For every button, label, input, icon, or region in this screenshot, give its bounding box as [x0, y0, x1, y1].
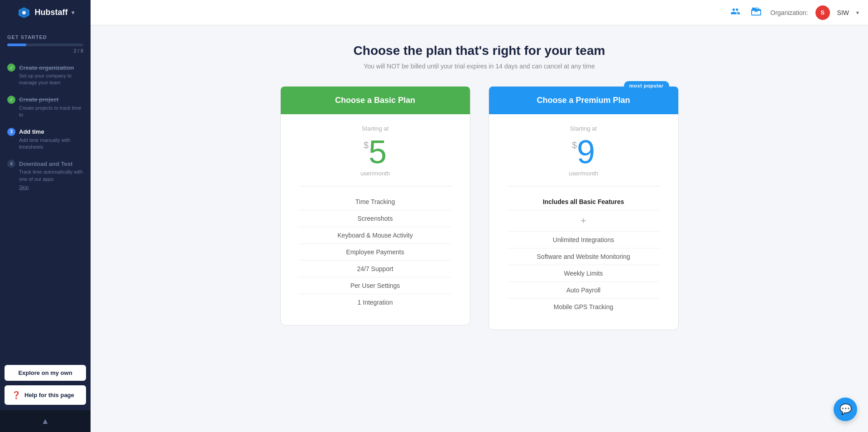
- basic-feature-4: Employee Payments: [299, 244, 452, 261]
- basic-plan-card: Choose a Basic Plan Starting at $ 5 user…: [280, 86, 470, 325]
- top-nav: Hubstaff ▾ Organization: S SIW ▾: [0, 0, 868, 25]
- team-icon-btn[interactable]: [729, 5, 742, 20]
- step3-desc: Add time manually with timesheets: [7, 137, 83, 151]
- avatar: S: [815, 5, 830, 20]
- basic-feature-1: Time Tracking: [299, 194, 452, 210]
- step1-desc: Set up your company to manage your team: [7, 73, 83, 87]
- progress-text: 2 / 8: [7, 48, 83, 53]
- progress-bar-fill: [7, 44, 26, 46]
- premium-feature-4: Auto Payroll: [507, 282, 660, 299]
- plus-symbol: +: [507, 210, 660, 232]
- logo-area[interactable]: Hubstaff ▾: [0, 0, 91, 25]
- progress-area: 2 / 8: [0, 44, 91, 59]
- basic-starting-at: Starting at: [299, 125, 452, 132]
- chat-icon: 💬: [839, 403, 852, 415]
- premium-feature-3: Weekly Limits: [507, 265, 660, 282]
- help-btn-label: Help for this page: [24, 392, 74, 398]
- hubstaff-logo-icon: [17, 5, 31, 20]
- choose-premium-btn[interactable]: Choose a Premium Plan: [489, 87, 678, 114]
- page-subtitle: You will NOT be billed until your trial …: [127, 63, 832, 70]
- premium-feature-1: Unlimited Integrations: [507, 232, 660, 248]
- most-popular-badge: most popular: [624, 81, 669, 90]
- basic-feature-3: Keyboard & Mouse Activity: [299, 227, 452, 244]
- basic-feature-7: 1 Integration: [299, 294, 452, 311]
- check-icon-1: ✓: [7, 63, 15, 72]
- help-icon: ❓: [12, 391, 21, 399]
- basic-price-area: $ 5: [299, 136, 452, 168]
- sidebar-bottom: Explore on my own ❓ Help for this page: [0, 359, 91, 410]
- explore-btn[interactable]: Explore on my own: [5, 365, 86, 381]
- main-content: Choose the plan that's right for your te…: [91, 25, 868, 432]
- sidebar-item-create-project[interactable]: ✓ Create project Create projects to trac…: [0, 91, 91, 123]
- sidebar-item-download[interactable]: 4 Download and Test Track time automatic…: [0, 155, 91, 194]
- sidebar: GET STARTED 2 / 8 ✓ Create organization …: [0, 25, 91, 432]
- premium-divider: [507, 186, 660, 186]
- premium-feature-2: Software and Website Monitoring: [507, 248, 660, 265]
- step2-title: Create project: [19, 96, 58, 103]
- basic-feature-5: 24/7 Support: [299, 261, 452, 277]
- sidebar-section-title: GET STARTED: [0, 25, 91, 44]
- org-dropdown-arrow[interactable]: ▾: [856, 10, 859, 16]
- scroll-up-icon[interactable]: ▲: [41, 417, 49, 426]
- step-number-4: 4: [7, 160, 15, 168]
- premium-per-user: user/month: [507, 170, 660, 177]
- basic-feature-2: Screenshots: [299, 210, 452, 227]
- sidebar-item-create-org[interactable]: ✓ Create organization Set up your compan…: [0, 59, 91, 91]
- step1-title: Create organization: [19, 64, 74, 71]
- logo-dropdown-arrow[interactable]: ▾: [72, 10, 74, 16]
- basic-feature-6: Per User Settings: [299, 277, 452, 294]
- skip-link[interactable]: Skip: [7, 184, 83, 190]
- page-title: Choose the plan that's right for your te…: [127, 44, 832, 58]
- basic-dollar: $: [364, 140, 369, 150]
- step2-desc: Create projects to track time to: [7, 105, 83, 119]
- org-label: Organization:: [770, 9, 808, 16]
- premium-price: 9: [577, 136, 595, 168]
- basic-per-user: user/month: [299, 170, 452, 177]
- basic-divider: [299, 186, 452, 186]
- help-btn[interactable]: ❓ Help for this page: [5, 385, 86, 405]
- premium-dollar: $: [572, 140, 577, 150]
- step3-title: Add time: [19, 128, 44, 135]
- org-name: SIW: [837, 9, 849, 16]
- sidebar-item-add-time[interactable]: 3 Add time Add time manually with timesh…: [0, 123, 91, 155]
- progress-bar-bg: [7, 44, 83, 46]
- premium-starting-at: Starting at: [507, 125, 660, 132]
- step4-title: Download and Test: [19, 160, 72, 167]
- step4-desc: Track time automatically with one of our…: [7, 169, 83, 183]
- step-number-3: 3: [7, 128, 15, 136]
- chat-bubble[interactable]: 💬: [834, 398, 857, 421]
- svg-point-2: [22, 11, 26, 15]
- basic-features-list: Time Tracking Screenshots Keyboard & Mou…: [299, 194, 452, 311]
- gift-icon-btn[interactable]: [749, 5, 763, 20]
- choose-basic-btn[interactable]: Choose a Basic Plan: [281, 87, 470, 114]
- check-icon-2: ✓: [7, 96, 15, 104]
- sidebar-footer: ▲: [0, 410, 91, 432]
- premium-price-area: $ 9: [507, 136, 660, 168]
- premium-feature-5: Mobile GPS Tracking: [507, 299, 660, 315]
- includes-all-text: Includes all Basic Features: [507, 194, 660, 210]
- premium-plan-card: most popular Choose a Premium Plan Start…: [489, 86, 679, 330]
- logo-text: Hubstaff: [35, 8, 68, 17]
- basic-price: 5: [369, 136, 387, 168]
- plans-row: Choose a Basic Plan Starting at $ 5 user…: [127, 86, 832, 330]
